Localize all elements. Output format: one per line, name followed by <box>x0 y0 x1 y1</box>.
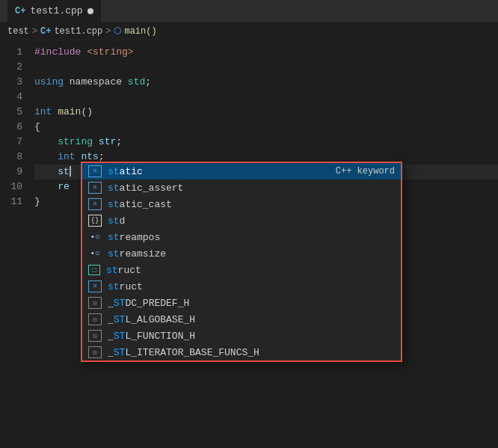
ac-label-static-cast: static_cast <box>108 199 395 210</box>
ac-label-streampos: streampos <box>108 232 395 243</box>
ac-item-static-cast[interactable]: ≡ static_cast <box>82 196 401 212</box>
ac-icon-streampos: •○ <box>88 230 102 244</box>
code-line-4 <box>34 90 498 105</box>
ac-label-stdc-predef: _STDC_PREDEF_H <box>108 298 395 309</box>
ac-icon-stl-algobase: ⊟ <box>88 313 102 325</box>
ac-label-stl-function: _STL_FUNCTION_H <box>108 331 395 342</box>
title-bar: C+ test1.cpp <box>0 0 498 22</box>
ac-item-streamsize[interactable]: •○ streamsize <box>82 245 401 262</box>
ac-item-stl-algobase[interactable]: ⊟ _STL_ALGOBASE_H <box>82 311 401 328</box>
code-line-5: int main() <box>34 105 498 120</box>
ac-label-std: std <box>108 215 395 227</box>
ac-item-struct-class[interactable]: □ struct <box>82 262 401 278</box>
ac-item-std[interactable]: {} std <box>82 212 401 229</box>
breadcrumb-sep-1: > <box>32 26 37 37</box>
ac-label-stl-iterator: _STL_ITERATOR_BASE_FUNCS_H <box>108 347 395 358</box>
ac-label-stl-algobase: _STL_ALGOBASE_H <box>108 314 395 325</box>
ac-icon-static: ≡ <box>88 165 102 177</box>
breadcrumb-filename[interactable]: test1.cpp <box>54 26 102 37</box>
ac-icon-std: {} <box>88 215 102 227</box>
autocomplete-dropdown[interactable]: ≡ static C++ keyword ≡ static_assert ≡ s… <box>81 162 402 362</box>
code-line-1: #include <string> <box>34 45 498 60</box>
editor-tab[interactable]: C+ test1.cpp <box>7 0 101 22</box>
ac-item-static[interactable]: ≡ static C++ keyword <box>82 163 401 179</box>
ac-type-static: C++ keyword <box>336 166 395 177</box>
ac-icon-struct-class: □ <box>88 265 100 275</box>
ac-item-stl-iterator[interactable]: ⊟ _STL_ITERATOR_BASE_FUNCS_H <box>82 344 401 360</box>
ac-icon-stdc-predef: ⊟ <box>88 297 102 309</box>
ac-icon-streamsize: •○ <box>88 247 102 260</box>
breadcrumb-part-2[interactable]: C+ <box>40 26 51 37</box>
code-line-6: { <box>34 120 498 135</box>
ac-label-struct-kw: struct <box>108 281 395 292</box>
code-line-2 <box>34 60 498 75</box>
code-line-7: string str; <box>34 135 498 150</box>
ac-label-streamsize: streamsize <box>108 248 395 260</box>
code-line-3: using namespace std; <box>34 75 498 90</box>
ac-item-static-assert[interactable]: ≡ static_assert <box>82 179 401 196</box>
ac-icon-static-cast: ≡ <box>88 198 102 210</box>
ac-item-streampos[interactable]: •○ streampos <box>82 229 401 245</box>
ac-icon-struct-kw: ≡ <box>88 280 102 292</box>
ac-icon-stl-iterator: ⊟ <box>88 346 102 358</box>
cpp-icon: C+ <box>15 6 25 16</box>
ac-label-static-assert: static_assert <box>108 182 395 194</box>
ac-icon-static-assert: ≡ <box>88 182 102 194</box>
modified-indicator <box>87 8 93 14</box>
ac-item-struct-kw[interactable]: ≡ struct <box>82 278 401 295</box>
line-numbers: 1 2 3 4 5 6 7 8 9 10 11 <box>0 43 30 209</box>
tab-filename: test1.cpp <box>30 5 82 16</box>
ac-item-stdc-predef[interactable]: ⊟ _STDC_PREDEF_H <box>82 295 401 311</box>
breadcrumb-func[interactable]: main() <box>124 26 156 37</box>
breadcrumb-part-1[interactable]: test <box>7 26 29 37</box>
breadcrumb-symbol: ⬡ <box>114 25 121 37</box>
ac-label-struct-class: struct <box>106 265 395 276</box>
ac-icon-stl-function: ⊟ <box>88 330 102 342</box>
ac-label-static: static <box>108 166 330 177</box>
breadcrumb: test > C+ test1.cpp > ⬡ main() <box>0 22 498 40</box>
ac-item-stl-function[interactable]: ⊟ _STL_FUNCTION_H <box>82 328 401 344</box>
breadcrumb-sep-2: > <box>105 26 111 37</box>
